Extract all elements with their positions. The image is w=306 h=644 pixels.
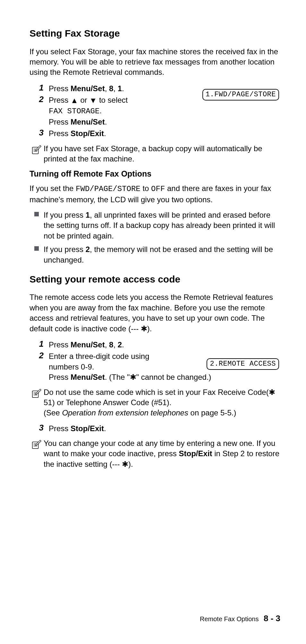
note: Do not use the same code which is set in… [30, 387, 280, 418]
lcd-display-1: 1.FWD/PAGE/STORE [202, 89, 279, 100]
heading-setting-fax-storage: Setting Fax Storage [30, 27, 280, 40]
note-icon [30, 387, 44, 398]
paragraph: The remote access code lets you access t… [30, 292, 280, 334]
bullet-text: If you press 1, all unprinted faxes will… [44, 210, 280, 241]
step-number: 1 [30, 83, 49, 93]
bullet-item: If you press 1, all unprinted faxes will… [30, 210, 280, 241]
bullet-list: If you press 1, all unprinted faxes will… [30, 210, 280, 265]
note-text: Do not use the same code which is set in… [44, 387, 280, 418]
bullet-square-icon [30, 244, 44, 251]
footer-label: Remote Fax Options [200, 615, 259, 622]
page-number: 8 - 3 [264, 614, 280, 623]
down-arrow-icon: ▼ [89, 95, 97, 106]
bullet-text: If you press 2, the memory will not be e… [44, 244, 280, 265]
heading-setting-remote-access: Setting your remote access code [30, 273, 280, 286]
note-text: You can change your code at any time by … [44, 438, 280, 469]
star-icon: ✱ [130, 373, 136, 381]
star-icon: ✱ [141, 324, 147, 333]
step-text: Press Menu/Set, 8, 2. [49, 339, 280, 350]
note: If you have set Fax Storage, a backup co… [30, 144, 280, 164]
note: You can change your code at any time by … [30, 438, 280, 469]
step-1: 1 Press Menu/Set, 8, 2. [30, 339, 280, 350]
up-arrow-icon: ▲ [71, 95, 78, 106]
step-number: 3 [30, 423, 49, 433]
step-number: 1 [30, 339, 49, 349]
step-3: 3 Press Stop/Exit. [30, 423, 280, 434]
bullet-item: If you press 2, the memory will not be e… [30, 244, 280, 265]
document-page: Setting Fax Storage If you select Fax St… [0, 0, 306, 644]
step-text: Press Stop/Exit. [49, 423, 280, 434]
star-icon: ✱ [122, 460, 128, 468]
step-3: 3 Press Stop/Exit. [30, 128, 280, 139]
step-number: 3 [30, 128, 49, 138]
paragraph: If you set the FWD/PAGE/STORE to OFF and… [30, 183, 280, 205]
step-text: Press Stop/Exit. [49, 128, 280, 139]
note-icon [30, 438, 44, 449]
step-number: 2 [30, 94, 49, 104]
heading-turning-off-remote: Turning off Remote Fax Options [30, 169, 280, 179]
step-list: 3 Press Stop/Exit. [30, 423, 280, 434]
note-icon [30, 144, 44, 154]
lcd-display-2: 2.REMOTE ACCESS [207, 358, 279, 370]
star-icon: ✱ [269, 388, 275, 396]
note-text: If you have set Fax Storage, a backup co… [44, 144, 280, 164]
paragraph: If you select Fax Storage, your fax mach… [30, 47, 280, 78]
bullet-square-icon [30, 210, 44, 216]
page-footer: Remote Fax Options 8 - 3 [200, 613, 280, 624]
step-number: 2 [30, 351, 49, 361]
